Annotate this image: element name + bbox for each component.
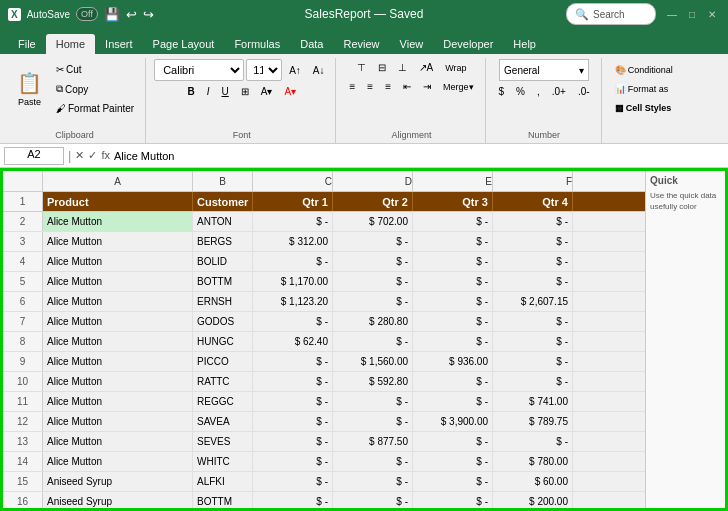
minimize-icon[interactable]: —: [664, 9, 680, 20]
underline-button[interactable]: U: [217, 83, 234, 100]
increase-decimal-button[interactable]: .0+: [547, 83, 571, 100]
align-middle-button[interactable]: ⊟: [373, 59, 391, 76]
table-row[interactable]: 13Alice MuttonSEVES$ -$ 877.50$ -$ -: [3, 432, 645, 452]
table-row[interactable]: 16Aniseed SyrupBOTTM$ -$ -$ -$ 200.00: [3, 492, 645, 508]
cell[interactable]: $ -: [333, 252, 413, 271]
cell[interactable]: Customer: [193, 192, 253, 211]
cell[interactable]: $ -: [253, 492, 333, 508]
cell[interactable]: Qtr 2: [333, 192, 413, 211]
col-header-a[interactable]: A: [43, 171, 193, 191]
decrease-decimal-button[interactable]: .0-: [573, 83, 595, 100]
table-row[interactable]: 3Alice MuttonBERGS$ 312.00$ -$ -$ -: [3, 232, 645, 252]
cell-styles-button[interactable]: ▦ Cell Styles: [610, 100, 678, 116]
cell[interactable]: $ 741.00: [493, 392, 573, 411]
cell[interactable]: GODOS: [193, 312, 253, 331]
cell[interactable]: $ 200.00: [493, 492, 573, 508]
cell[interactable]: $ -: [413, 432, 493, 451]
cell[interactable]: Qtr 3: [413, 192, 493, 211]
table-row[interactable]: 10Alice MuttonRATTC$ -$ 592.80$ -$ -: [3, 372, 645, 392]
cell[interactable]: $ -: [413, 332, 493, 351]
cell[interactable]: BOLID: [193, 252, 253, 271]
cell[interactable]: $ -: [333, 292, 413, 311]
cell[interactable]: $ 1,123.20: [253, 292, 333, 311]
cell[interactable]: $ -: [253, 432, 333, 451]
table-row[interactable]: 2Alice MuttonANTON$ -$ 702.00$ -$ -: [3, 212, 645, 232]
cell[interactable]: BOTTM: [193, 492, 253, 508]
cell[interactable]: $ -: [413, 372, 493, 391]
table-row[interactable]: 8Alice MuttonHUNGC$ 62.40$ -$ -$ -: [3, 332, 645, 352]
cell[interactable]: $ -: [493, 272, 573, 291]
align-right-button[interactable]: ≡: [380, 78, 396, 95]
tab-data[interactable]: Data: [290, 34, 333, 54]
cell[interactable]: $ -: [413, 392, 493, 411]
cell[interactable]: $ -: [333, 392, 413, 411]
cell[interactable]: ANTON: [193, 212, 253, 231]
grow-font-button[interactable]: A↑: [284, 62, 306, 79]
align-center-button[interactable]: ≡: [362, 78, 378, 95]
cell[interactable]: $ -: [253, 252, 333, 271]
cell[interactable]: Alice Mutton: [43, 352, 193, 371]
autosave-toggle[interactable]: Off: [76, 7, 98, 21]
col-header-d[interactable]: D: [333, 171, 413, 191]
tab-view[interactable]: View: [390, 34, 434, 54]
cell[interactable]: $ -: [253, 472, 333, 491]
cell[interactable]: Aniseed Syrup: [43, 492, 193, 508]
col-header-c[interactable]: C: [253, 171, 333, 191]
cell[interactable]: $ -: [253, 212, 333, 231]
cell[interactable]: $ -: [413, 452, 493, 471]
border-button[interactable]: ⊞: [236, 83, 254, 100]
maximize-icon[interactable]: □: [684, 9, 700, 20]
cell[interactable]: $ 592.80: [333, 372, 413, 391]
cell[interactable]: $ 60.00: [493, 472, 573, 491]
close-icon[interactable]: ✕: [704, 9, 720, 20]
cell[interactable]: $ 936.00: [413, 352, 493, 371]
cell[interactable]: Alice Mutton: [43, 332, 193, 351]
cell[interactable]: $ -: [493, 312, 573, 331]
cell[interactable]: Alice Mutton: [43, 412, 193, 431]
table-row[interactable]: 9Alice MuttonPICCO$ -$ 1,560.00$ 936.00$…: [3, 352, 645, 372]
cell[interactable]: Alice Mutton: [43, 432, 193, 451]
cell[interactable]: $ 1,560.00: [333, 352, 413, 371]
cell[interactable]: $ -: [333, 272, 413, 291]
align-top-button[interactable]: ⊤: [352, 59, 371, 76]
fill-color-button[interactable]: A▾: [256, 83, 278, 100]
formula-input[interactable]: [114, 150, 724, 162]
cell[interactable]: $ -: [333, 492, 413, 508]
cell[interactable]: Alice Mutton: [43, 252, 193, 271]
cell[interactable]: Product: [43, 192, 193, 211]
cell[interactable]: Alice Mutton: [43, 232, 193, 251]
cell[interactable]: $ -: [253, 372, 333, 391]
confirm-formula-icon[interactable]: ✓: [88, 149, 97, 162]
number-format-dropdown[interactable]: General ▾: [499, 59, 589, 81]
cell[interactable]: $ 312.00: [253, 232, 333, 251]
tab-review[interactable]: Review: [333, 34, 389, 54]
copy-button[interactable]: ⧉ Copy: [51, 80, 139, 98]
cell[interactable]: $ -: [413, 212, 493, 231]
cell[interactable]: $ 702.00: [333, 212, 413, 231]
cell[interactable]: $ -: [493, 232, 573, 251]
cell[interactable]: $ -: [413, 232, 493, 251]
col-header-b[interactable]: B: [193, 171, 253, 191]
table-row[interactable]: 11Alice MuttonREGGC$ -$ -$ -$ 741.00: [3, 392, 645, 412]
increase-indent-button[interactable]: ⇥: [418, 78, 436, 95]
cell[interactable]: $ -: [413, 272, 493, 291]
cell[interactable]: $ -: [413, 492, 493, 508]
tab-home[interactable]: Home: [46, 34, 95, 54]
cell[interactable]: Qtr 1: [253, 192, 333, 211]
cell[interactable]: $ -: [253, 352, 333, 371]
cell[interactable]: $ 3,900.00: [413, 412, 493, 431]
cell[interactable]: Qtr 4: [493, 192, 573, 211]
cancel-formula-icon[interactable]: ✕: [75, 149, 84, 162]
tab-developer[interactable]: Developer: [433, 34, 503, 54]
decrease-indent-button[interactable]: ⇤: [398, 78, 416, 95]
table-row[interactable]: 15Aniseed SyrupALFKI$ -$ -$ -$ 60.00: [3, 472, 645, 492]
comma-button[interactable]: ,: [532, 83, 545, 100]
tab-help[interactable]: Help: [503, 34, 546, 54]
bold-button[interactable]: B: [183, 83, 200, 100]
table-row[interactable]: 7Alice MuttonGODOS$ -$ 280.80$ -$ -: [3, 312, 645, 332]
cell[interactable]: PICCO: [193, 352, 253, 371]
orientation-button[interactable]: ↗A: [414, 59, 439, 76]
cell[interactable]: HUNGC: [193, 332, 253, 351]
cell[interactable]: WHITC: [193, 452, 253, 471]
cell[interactable]: $ 280.80: [333, 312, 413, 331]
